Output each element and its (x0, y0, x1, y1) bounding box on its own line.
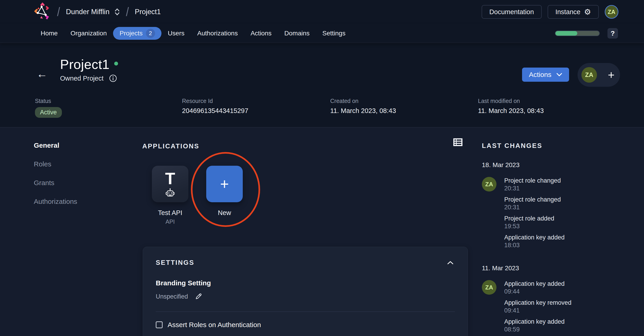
nav-tab-home[interactable]: Home (34, 27, 64, 40)
user-avatar[interactable]: ZA (605, 5, 618, 19)
settings-divider (156, 312, 455, 312)
sidebar-item-general[interactable]: General (34, 142, 77, 149)
change-event[interactable]: Application key removed 09:41 (504, 299, 572, 314)
breadcrumb-project-label: Project1 (135, 8, 161, 16)
change-event-title: Application key added (504, 318, 572, 325)
nav-tab-settings[interactable]: Settings (316, 27, 352, 40)
nav-tab-users[interactable]: Users (162, 27, 191, 40)
org-switcher[interactable]: Dunder Mifflin (66, 8, 120, 16)
actions-dropdown-button[interactable]: Actions (522, 67, 569, 82)
meta-status: Status Active (35, 98, 62, 118)
created-on-value: 11. March 2023, 08:43 (330, 107, 396, 115)
quota-progress-bar[interactable] (555, 30, 600, 36)
new-application-button[interactable]: + (206, 166, 243, 202)
last-modified-value: 11. March 2023, 08:43 (478, 107, 544, 115)
nav-tab-label: Settings (322, 30, 346, 37)
sidebar-item-roles[interactable]: Roles (34, 160, 77, 168)
sidebar-item-label: General (34, 142, 60, 149)
change-event[interactable]: Application key added 08:59 (504, 318, 572, 333)
new-application-label-wrap: New (206, 209, 243, 217)
actions-label: Actions (529, 71, 551, 78)
resource-id-value: 204696135443415297 (182, 107, 248, 115)
change-event-time: 20:31 (504, 185, 564, 192)
last-modified-label: Last modified on (478, 98, 544, 104)
changes-group: ZA Project role changed 20:31 Project ro… (482, 177, 632, 253)
nav-tab-organization[interactable]: Organization (64, 27, 113, 40)
assert-roles-checkbox-row[interactable]: Assert Roles on Authentication (156, 321, 455, 329)
change-event-time: 09:44 (504, 288, 572, 295)
change-event-time: 20:31 (504, 204, 564, 211)
assert-roles-checkbox[interactable] (156, 322, 162, 328)
gear-icon: ⚙ (584, 8, 591, 16)
change-event-time: 19:53 (504, 223, 564, 230)
branding-setting-label: Branding Setting (156, 279, 455, 287)
project-members-pill: ZA + (578, 63, 620, 87)
change-event[interactable]: Application key added 18:03 (504, 234, 564, 249)
nav-tab-label: Projects (120, 30, 142, 37)
collapse-settings-button[interactable] (446, 260, 455, 266)
change-event[interactable]: Project role changed 20:31 (504, 196, 564, 211)
sidebar-item-grants[interactable]: Grants (34, 179, 77, 187)
sidebar-item-authorizations[interactable]: Authorizations (34, 198, 77, 205)
help-button[interactable]: ? (608, 28, 618, 38)
robot-icon (165, 188, 175, 198)
app-card-test-api[interactable]: T (152, 166, 188, 202)
last-changes-panel: LAST CHANGES 18. Mar 2023 ZA Project rol… (482, 142, 632, 336)
nav-tab-authorizations[interactable]: Authorizations (191, 27, 244, 40)
created-on-label: Created on (330, 98, 396, 104)
last-changes-title: LAST CHANGES (482, 142, 632, 149)
change-event-title: Project role changed (504, 177, 564, 184)
app-card-label: Test API API (152, 209, 188, 225)
change-event-title: Application key added (504, 280, 572, 287)
back-arrow-icon: ← (36, 68, 48, 80)
member-avatar-initials: ZA (585, 71, 593, 78)
change-event[interactable]: Application key added 09:44 (504, 280, 572, 295)
settings-card: SETTINGS Branding Setting Unspecified As… (143, 247, 468, 336)
app-initial: T (165, 170, 175, 187)
main-content: General Roles Grants Authorizations APPL… (0, 127, 644, 336)
nav-tab-label: Actions (250, 30, 272, 37)
change-event-time: 08:59 (504, 326, 572, 333)
change-author-initials: ZA (485, 181, 493, 188)
change-event-title: Application key added (504, 234, 564, 241)
meta-resource-id: Resource Id 204696135443415297 (182, 98, 248, 115)
changes-date: 11. Mar 2023 (482, 265, 632, 272)
meta-created-on: Created on 11. March 2023, 08:43 (330, 98, 396, 115)
plus-icon: + (220, 176, 229, 192)
project-header: ← Project1 Owned Project Actions ZA + (0, 43, 644, 127)
change-author-avatar: ZA (482, 177, 496, 192)
breadcrumb-project[interactable]: Project1 (135, 8, 161, 16)
nav-tab-label: Authorizations (197, 30, 238, 37)
new-application-label: New (206, 209, 243, 217)
nav-tab-label: Users (168, 30, 184, 37)
documentation-button[interactable]: Documentation (482, 5, 542, 19)
nav-tab-actions[interactable]: Actions (244, 27, 278, 40)
settings-section-title: SETTINGS (156, 259, 194, 266)
change-event-time: 18:03 (504, 242, 564, 249)
chevron-up-icon (447, 261, 454, 265)
change-event[interactable]: Project role added 19:53 (504, 215, 564, 230)
change-author-initials: ZA (485, 284, 493, 291)
change-event-title: Application key removed (504, 299, 572, 306)
nav-tab-projects[interactable]: Projects 2 (113, 27, 161, 40)
page-title: Project1 (60, 57, 110, 72)
instance-button[interactable]: Instance ⚙ (548, 5, 599, 19)
org-switch-chevrons-icon (114, 8, 120, 16)
zitadel-logo-icon[interactable] (34, 2, 51, 21)
back-button[interactable]: ← (36, 67, 48, 80)
plus-icon: + (608, 68, 614, 81)
change-author-avatar: ZA (482, 280, 496, 295)
member-avatar[interactable]: ZA (582, 67, 597, 83)
applications-section-title: APPLICATIONS (142, 142, 199, 150)
nav-tab-label: Organization (70, 30, 107, 37)
changes-date: 18. Mar 2023 (482, 161, 632, 169)
meta-last-modified: Last modified on 11. March 2023, 08:43 (478, 98, 544, 115)
add-member-button[interactable]: + (608, 69, 614, 81)
change-event[interactable]: Project role changed 20:31 (504, 177, 564, 192)
table-view-toggle-button[interactable] (453, 138, 462, 146)
nav-tab-domains[interactable]: Domains (278, 27, 316, 40)
info-icon[interactable] (109, 74, 117, 82)
edit-branding-button[interactable] (194, 292, 202, 301)
change-event-time: 09:41 (504, 307, 572, 314)
org-name: Dunder Mifflin (66, 8, 110, 16)
